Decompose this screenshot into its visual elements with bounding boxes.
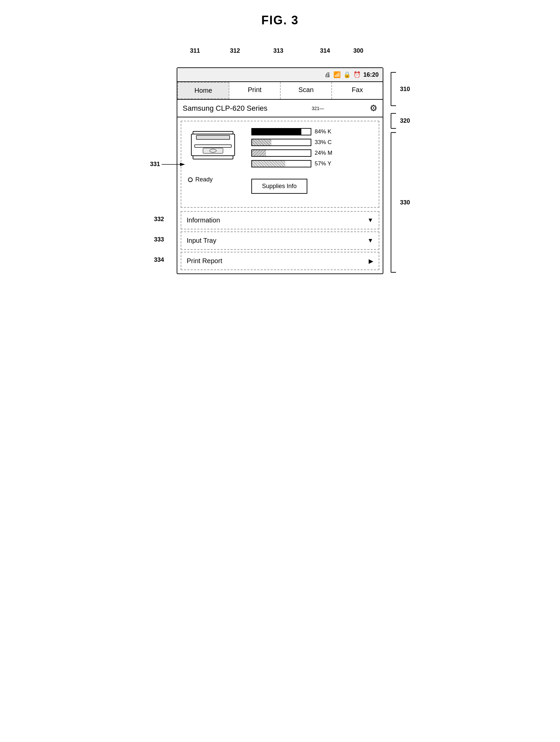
device-name: Samsung CLP-620 Series xyxy=(183,104,267,113)
toner-bar-y-fill xyxy=(252,161,285,167)
printer-status-label: Ready xyxy=(188,176,241,183)
toner-bar-m-fill xyxy=(252,150,266,156)
toner-bar-k-fill xyxy=(252,129,301,135)
toner-row-m: 24% M xyxy=(251,149,372,157)
toner-area: 84% K 33% C 24% M xyxy=(251,128,372,194)
section-print-report[interactable]: Print Report ▶ xyxy=(181,252,379,270)
svg-rect-2 xyxy=(196,136,230,140)
svg-rect-3 xyxy=(195,145,231,147)
ref-313: 313 xyxy=(273,47,283,54)
section-information-label: Information xyxy=(187,216,220,224)
toner-label-c: 33% C xyxy=(315,139,335,146)
section-print-report-arrow: ▶ xyxy=(369,257,373,265)
nav-scan[interactable]: Scan xyxy=(281,82,332,99)
page-title: FIG. 3 xyxy=(261,13,299,28)
ref-314: 314 xyxy=(320,47,330,54)
ref-334: 334 xyxy=(154,257,164,263)
toner-row-c: 33% C xyxy=(251,139,372,146)
ref-330-label: 330 xyxy=(400,199,410,206)
svg-rect-0 xyxy=(193,131,233,134)
ref-331-label: 331 xyxy=(150,161,185,168)
toner-label-k: 84% K xyxy=(315,128,335,135)
printer-illustration: Ready xyxy=(188,128,241,183)
ref-320-label: 320 xyxy=(400,117,410,124)
toner-bar-m-container xyxy=(251,149,311,157)
supplies-info-button[interactable]: Supplies Info xyxy=(251,179,307,194)
ref-321-label: 321— xyxy=(312,106,324,111)
section-print-report-label: Print Report xyxy=(187,257,222,265)
ref-332: 332 xyxy=(154,216,164,223)
nav-home[interactable]: Home xyxy=(177,82,229,99)
nav-print[interactable]: Print xyxy=(229,82,281,99)
svg-rect-4 xyxy=(193,156,233,159)
main-content: Ready 84% K xyxy=(181,121,379,208)
toner-bar-k-container xyxy=(251,128,311,136)
toner-bar-y-container xyxy=(251,160,311,167)
signal-icon: 📶 xyxy=(333,71,341,78)
ref-312: 312 xyxy=(230,47,240,54)
nav-fax[interactable]: Fax xyxy=(332,82,383,99)
settings-icon[interactable]: ⚙ xyxy=(370,103,377,113)
svg-marker-17 xyxy=(180,163,185,166)
printer-status-area: Ready 84% K xyxy=(188,128,372,194)
device-wrapper: 🖨 📶 🔒 ⏰ 16:20 Home Print Scan Fax xyxy=(177,67,383,274)
toner-bar-c-container xyxy=(251,139,311,146)
ref-300: 300 xyxy=(353,47,363,54)
toner-label-y: 57% Y xyxy=(315,160,335,167)
lock-icon: 🔒 xyxy=(343,71,351,78)
toner-bar-c-fill xyxy=(252,140,271,145)
printer-icon: 🖨 xyxy=(325,71,331,78)
ref-labels-top: 311 312 313 314 300 xyxy=(163,47,397,67)
device-frame: 🖨 📶 🔒 ⏰ 16:20 Home Print Scan Fax xyxy=(177,67,383,274)
status-bar: 🖨 📶 🔒 ⏰ 16:20 xyxy=(177,68,383,82)
svg-rect-5 xyxy=(203,148,223,153)
device-info-bar: Samsung CLP-620 Series 321— ⚙ xyxy=(177,100,383,117)
toner-row-k: 84% K xyxy=(251,128,372,136)
alarm-icon: ⏰ xyxy=(353,71,361,78)
section-input-tray-arrow: ▼ xyxy=(367,237,373,244)
diagram-container: 311 312 313 314 300 🖨 📶 🔒 ⏰ 16:20 Home P… xyxy=(163,47,397,274)
section-information[interactable]: Information ▼ xyxy=(181,211,379,229)
nav-bar: Home Print Scan Fax xyxy=(177,82,383,100)
section-input-tray[interactable]: Input Tray ▼ xyxy=(181,231,379,250)
toner-row-y: 57% Y xyxy=(251,160,372,167)
section-input-tray-label: Input Tray xyxy=(187,237,216,245)
ready-text: Ready xyxy=(195,176,213,183)
section-information-arrow: ▼ xyxy=(367,217,373,224)
toner-label-m: 24% M xyxy=(315,150,335,156)
ready-circle xyxy=(188,177,193,182)
ref-311: 311 xyxy=(190,47,200,54)
status-time: 16:20 xyxy=(363,71,379,78)
ref-310-label: 310 xyxy=(400,86,410,93)
ref-333: 333 xyxy=(154,236,164,243)
